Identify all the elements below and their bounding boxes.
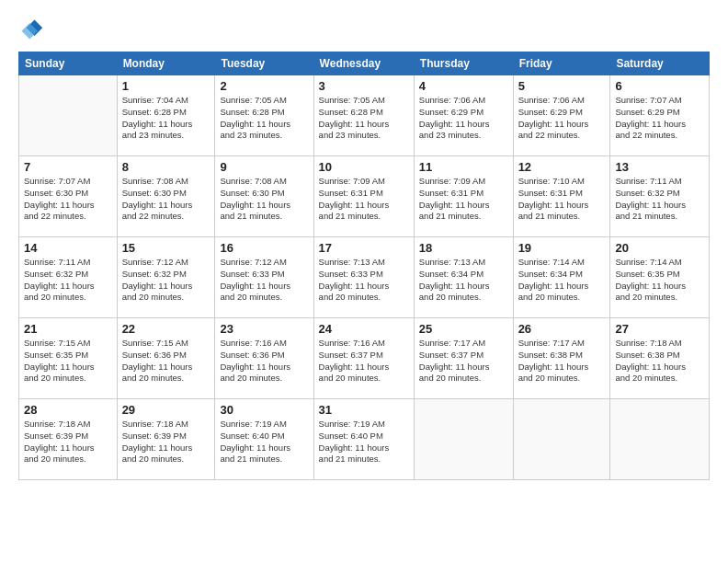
day-info: Sunrise: 7:06 AM Sunset: 6:29 PM Dayligh…	[518, 95, 606, 142]
calendar-cell: 24Sunrise: 7:16 AM Sunset: 6:37 PM Dayli…	[313, 318, 414, 399]
weekday-header-wednesday: Wednesday	[313, 52, 414, 75]
day-number: 23	[220, 322, 308, 336]
day-info: Sunrise: 7:13 AM Sunset: 6:34 PM Dayligh…	[419, 257, 508, 304]
calendar-cell: 27Sunrise: 7:18 AM Sunset: 6:38 PM Dayli…	[610, 318, 710, 399]
calendar-cell: 16Sunrise: 7:12 AM Sunset: 6:33 PM Dayli…	[215, 237, 313, 318]
day-number: 25	[419, 322, 508, 336]
calendar-cell: 23Sunrise: 7:16 AM Sunset: 6:36 PM Dayli…	[215, 318, 313, 399]
calendar-cell	[513, 399, 610, 480]
calendar-cell: 12Sunrise: 7:10 AM Sunset: 6:31 PM Dayli…	[513, 156, 610, 237]
day-number: 24	[319, 322, 409, 336]
calendar-cell: 8Sunrise: 7:08 AM Sunset: 6:30 PM Daylig…	[117, 156, 215, 237]
calendar-cell: 20Sunrise: 7:14 AM Sunset: 6:35 PM Dayli…	[610, 237, 710, 318]
calendar-cell: 11Sunrise: 7:09 AM Sunset: 6:31 PM Dayli…	[414, 156, 513, 237]
calendar-cell: 13Sunrise: 7:11 AM Sunset: 6:32 PM Dayli…	[610, 156, 710, 237]
day-info: Sunrise: 7:04 AM Sunset: 6:28 PM Dayligh…	[122, 95, 210, 142]
day-info: Sunrise: 7:18 AM Sunset: 6:39 PM Dayligh…	[24, 419, 112, 465]
calendar-cell: 6Sunrise: 7:07 AM Sunset: 6:29 PM Daylig…	[610, 75, 710, 156]
day-info: Sunrise: 7:11 AM Sunset: 6:32 PM Dayligh…	[24, 257, 112, 304]
day-info: Sunrise: 7:14 AM Sunset: 6:34 PM Dayligh…	[518, 257, 606, 304]
day-number: 26	[518, 322, 606, 336]
week-row-5: 28Sunrise: 7:18 AM Sunset: 6:39 PM Dayli…	[19, 399, 710, 480]
calendar-cell: 22Sunrise: 7:15 AM Sunset: 6:36 PM Dayli…	[117, 318, 215, 399]
calendar-cell: 31Sunrise: 7:19 AM Sunset: 6:40 PM Dayli…	[313, 399, 414, 480]
day-info: Sunrise: 7:05 AM Sunset: 6:28 PM Dayligh…	[319, 95, 409, 142]
calendar-cell: 26Sunrise: 7:17 AM Sunset: 6:38 PM Dayli…	[513, 318, 610, 399]
day-number: 19	[518, 241, 606, 255]
day-info: Sunrise: 7:11 AM Sunset: 6:32 PM Dayligh…	[615, 176, 704, 223]
calendar-cell	[19, 75, 118, 156]
calendar-cell: 3Sunrise: 7:05 AM Sunset: 6:28 PM Daylig…	[313, 75, 414, 156]
calendar-cell	[414, 399, 513, 480]
calendar-cell: 19Sunrise: 7:14 AM Sunset: 6:34 PM Dayli…	[513, 237, 610, 318]
day-info: Sunrise: 7:13 AM Sunset: 6:33 PM Dayligh…	[319, 257, 409, 304]
day-number: 29	[122, 403, 210, 417]
day-number: 2	[220, 79, 308, 93]
day-info: Sunrise: 7:18 AM Sunset: 6:39 PM Dayligh…	[122, 419, 210, 465]
day-number: 7	[24, 160, 112, 174]
calendar-cell: 5Sunrise: 7:06 AM Sunset: 6:29 PM Daylig…	[513, 75, 610, 156]
calendar-cell: 25Sunrise: 7:17 AM Sunset: 6:37 PM Dayli…	[414, 318, 513, 399]
day-info: Sunrise: 7:08 AM Sunset: 6:30 PM Dayligh…	[122, 176, 210, 223]
week-row-4: 21Sunrise: 7:15 AM Sunset: 6:35 PM Dayli…	[19, 318, 710, 399]
calendar-cell: 14Sunrise: 7:11 AM Sunset: 6:32 PM Dayli…	[19, 237, 118, 318]
day-number: 11	[419, 160, 508, 174]
day-number: 3	[319, 79, 409, 93]
day-number: 5	[518, 79, 606, 93]
calendar-cell: 28Sunrise: 7:18 AM Sunset: 6:39 PM Dayli…	[19, 399, 118, 480]
day-info: Sunrise: 7:08 AM Sunset: 6:30 PM Dayligh…	[220, 176, 308, 223]
calendar-cell: 29Sunrise: 7:18 AM Sunset: 6:39 PM Dayli…	[117, 399, 215, 480]
calendar-cell: 7Sunrise: 7:07 AM Sunset: 6:30 PM Daylig…	[19, 156, 118, 237]
calendar-cell: 10Sunrise: 7:09 AM Sunset: 6:31 PM Dayli…	[313, 156, 414, 237]
day-number: 4	[419, 79, 508, 93]
header	[18, 17, 710, 42]
day-info: Sunrise: 7:09 AM Sunset: 6:31 PM Dayligh…	[319, 176, 409, 223]
calendar-cell	[610, 399, 710, 480]
day-number: 18	[419, 241, 508, 255]
day-number: 6	[615, 79, 704, 93]
day-info: Sunrise: 7:12 AM Sunset: 6:32 PM Dayligh…	[122, 257, 210, 304]
day-info: Sunrise: 7:10 AM Sunset: 6:31 PM Dayligh…	[518, 176, 606, 223]
day-number: 28	[24, 403, 112, 417]
day-info: Sunrise: 7:17 AM Sunset: 6:38 PM Dayligh…	[518, 338, 606, 385]
weekday-header-tuesday: Tuesday	[215, 52, 313, 75]
day-number: 22	[122, 322, 210, 336]
day-info: Sunrise: 7:12 AM Sunset: 6:33 PM Dayligh…	[220, 257, 308, 304]
day-number: 12	[518, 160, 606, 174]
day-number: 17	[319, 241, 409, 255]
day-number: 20	[615, 241, 704, 255]
calendar-cell: 21Sunrise: 7:15 AM Sunset: 6:35 PM Dayli…	[19, 318, 118, 399]
day-number: 27	[615, 322, 704, 336]
day-info: Sunrise: 7:14 AM Sunset: 6:35 PM Dayligh…	[615, 257, 704, 304]
calendar-cell: 1Sunrise: 7:04 AM Sunset: 6:28 PM Daylig…	[117, 75, 215, 156]
weekday-header-monday: Monday	[117, 52, 215, 75]
day-number: 30	[220, 403, 308, 417]
day-info: Sunrise: 7:18 AM Sunset: 6:38 PM Dayligh…	[615, 338, 704, 385]
day-info: Sunrise: 7:09 AM Sunset: 6:31 PM Dayligh…	[419, 176, 508, 223]
weekday-header-saturday: Saturday	[610, 52, 710, 75]
day-number: 31	[319, 403, 409, 417]
weekday-header-row: SundayMondayTuesdayWednesdayThursdayFrid…	[19, 52, 710, 75]
day-number: 13	[615, 160, 704, 174]
day-number: 9	[220, 160, 308, 174]
calendar-cell: 17Sunrise: 7:13 AM Sunset: 6:33 PM Dayli…	[313, 237, 414, 318]
day-number: 1	[122, 79, 210, 93]
day-number: 8	[122, 160, 210, 174]
weekday-header-sunday: Sunday	[19, 52, 118, 75]
logo-icon	[18, 17, 44, 42]
day-info: Sunrise: 7:17 AM Sunset: 6:37 PM Dayligh…	[419, 338, 508, 385]
day-info: Sunrise: 7:16 AM Sunset: 6:36 PM Dayligh…	[220, 338, 308, 385]
day-info: Sunrise: 7:07 AM Sunset: 6:30 PM Dayligh…	[24, 176, 112, 223]
calendar: SundayMondayTuesdayWednesdayThursdayFrid…	[18, 52, 710, 480]
day-info: Sunrise: 7:15 AM Sunset: 6:35 PM Dayligh…	[24, 338, 112, 385]
weekday-header-friday: Friday	[513, 52, 610, 75]
day-info: Sunrise: 7:05 AM Sunset: 6:28 PM Dayligh…	[220, 95, 308, 142]
day-info: Sunrise: 7:06 AM Sunset: 6:29 PM Dayligh…	[419, 95, 508, 142]
week-row-2: 7Sunrise: 7:07 AM Sunset: 6:30 PM Daylig…	[19, 156, 710, 237]
weekday-header-thursday: Thursday	[414, 52, 513, 75]
day-info: Sunrise: 7:16 AM Sunset: 6:37 PM Dayligh…	[319, 338, 409, 385]
calendar-cell: 4Sunrise: 7:06 AM Sunset: 6:29 PM Daylig…	[414, 75, 513, 156]
calendar-cell: 2Sunrise: 7:05 AM Sunset: 6:28 PM Daylig…	[215, 75, 313, 156]
calendar-cell: 9Sunrise: 7:08 AM Sunset: 6:30 PM Daylig…	[215, 156, 313, 237]
day-info: Sunrise: 7:19 AM Sunset: 6:40 PM Dayligh…	[319, 419, 409, 465]
